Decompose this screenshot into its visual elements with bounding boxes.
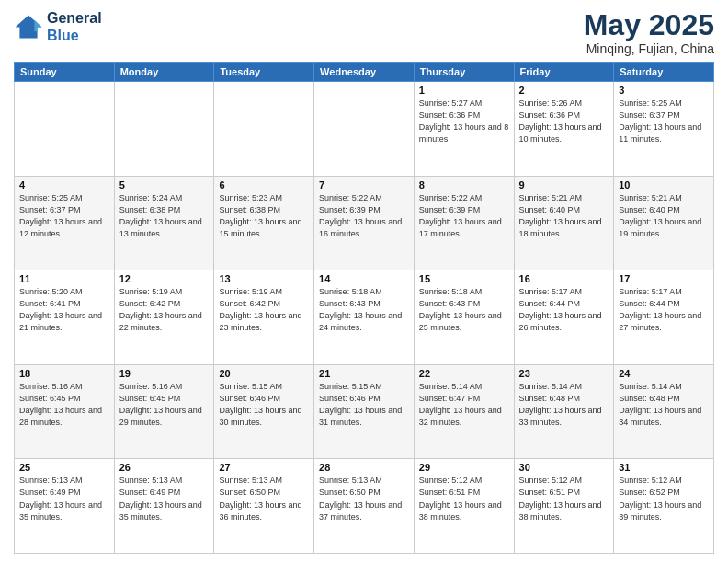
day-info: Sunrise: 5:25 AM Sunset: 6:37 PM Dayligh… (619, 98, 709, 145)
day-number: 23 (519, 368, 609, 379)
calendar-week-row: 4Sunrise: 5:25 AM Sunset: 6:37 PM Daylig… (15, 176, 714, 270)
day-number: 4 (19, 179, 109, 190)
day-number: 1 (419, 85, 509, 96)
day-info: Sunrise: 5:19 AM Sunset: 6:42 PM Dayligh… (119, 286, 210, 334)
day-number: 19 (119, 368, 210, 379)
day-info: Sunrise: 5:12 AM Sunset: 6:51 PM Dayligh… (419, 475, 509, 523)
day-info: Sunrise: 5:21 AM Sunset: 6:40 PM Dayligh… (619, 192, 709, 240)
col-friday: Friday (514, 63, 614, 82)
table-row: 2Sunrise: 5:26 AM Sunset: 6:36 PM Daylig… (514, 82, 614, 177)
table-row: 28Sunrise: 5:13 AM Sunset: 6:50 PM Dayli… (314, 459, 415, 554)
table-row: 30Sunrise: 5:12 AM Sunset: 6:51 PM Dayli… (514, 459, 614, 554)
svg-marker-1 (34, 20, 41, 32)
day-info: Sunrise: 5:16 AM Sunset: 6:45 PM Dayligh… (19, 381, 109, 429)
day-info: Sunrise: 5:20 AM Sunset: 6:41 PM Dayligh… (19, 286, 109, 334)
day-number: 27 (219, 462, 309, 473)
day-info: Sunrise: 5:18 AM Sunset: 6:43 PM Dayligh… (319, 286, 409, 334)
day-number: 30 (519, 462, 609, 473)
day-number: 16 (519, 273, 609, 284)
col-tuesday: Tuesday (214, 63, 314, 82)
day-info: Sunrise: 5:25 AM Sunset: 6:37 PM Dayligh… (19, 192, 109, 240)
day-number: 31 (619, 462, 709, 473)
day-info: Sunrise: 5:12 AM Sunset: 6:52 PM Dayligh… (619, 475, 709, 523)
day-info: Sunrise: 5:24 AM Sunset: 6:38 PM Dayligh… (119, 192, 210, 240)
table-row: 19Sunrise: 5:16 AM Sunset: 6:45 PM Dayli… (114, 364, 214, 459)
day-number: 17 (619, 273, 709, 284)
calendar-week-row: 1Sunrise: 5:27 AM Sunset: 6:36 PM Daylig… (15, 82, 714, 177)
title-block: May 2025 Minqing, Fujian, China (584, 9, 714, 56)
day-info: Sunrise: 5:16 AM Sunset: 6:45 PM Dayligh… (119, 381, 210, 429)
table-row: 16Sunrise: 5:17 AM Sunset: 6:44 PM Dayli… (514, 270, 614, 365)
day-info: Sunrise: 5:22 AM Sunset: 6:39 PM Dayligh… (319, 192, 409, 240)
table-row: 17Sunrise: 5:17 AM Sunset: 6:44 PM Dayli… (614, 270, 714, 365)
day-number: 26 (119, 462, 210, 473)
table-row: 12Sunrise: 5:19 AM Sunset: 6:42 PM Dayli… (114, 270, 214, 365)
month-title: May 2025 (584, 9, 714, 41)
col-saturday: Saturday (614, 63, 714, 82)
calendar-header-row: Sunday Monday Tuesday Wednesday Thursday… (15, 63, 714, 82)
day-info: Sunrise: 5:26 AM Sunset: 6:36 PM Dayligh… (519, 98, 609, 145)
day-number: 8 (419, 179, 509, 190)
day-number: 29 (419, 462, 509, 473)
day-number: 13 (219, 273, 309, 284)
logo-icon (14, 14, 43, 40)
page: General Blue May 2025 Minqing, Fujian, C… (0, 0, 728, 563)
day-info: Sunrise: 5:19 AM Sunset: 6:42 PM Dayligh… (219, 286, 309, 334)
table-row: 1Sunrise: 5:27 AM Sunset: 6:36 PM Daylig… (414, 82, 514, 177)
table-row: 27Sunrise: 5:13 AM Sunset: 6:50 PM Dayli… (214, 459, 314, 554)
calendar-week-row: 25Sunrise: 5:13 AM Sunset: 6:49 PM Dayli… (15, 459, 714, 554)
day-info: Sunrise: 5:15 AM Sunset: 6:46 PM Dayligh… (219, 381, 309, 429)
table-row (15, 82, 115, 177)
day-number: 21 (319, 368, 409, 379)
day-info: Sunrise: 5:13 AM Sunset: 6:50 PM Dayligh… (319, 475, 409, 523)
day-number: 25 (19, 462, 109, 473)
table-row: 8Sunrise: 5:22 AM Sunset: 6:39 PM Daylig… (414, 176, 514, 270)
day-info: Sunrise: 5:15 AM Sunset: 6:46 PM Dayligh… (319, 381, 409, 429)
col-monday: Monday (114, 63, 214, 82)
table-row: 9Sunrise: 5:21 AM Sunset: 6:40 PM Daylig… (514, 176, 614, 270)
day-number: 14 (319, 273, 409, 284)
calendar-week-row: 11Sunrise: 5:20 AM Sunset: 6:41 PM Dayli… (15, 270, 714, 365)
day-info: Sunrise: 5:13 AM Sunset: 6:49 PM Dayligh… (19, 475, 109, 523)
col-sunday: Sunday (15, 63, 115, 82)
calendar-week-row: 18Sunrise: 5:16 AM Sunset: 6:45 PM Dayli… (15, 364, 714, 459)
calendar-table: Sunday Monday Tuesday Wednesday Thursday… (14, 62, 714, 554)
day-number: 10 (619, 179, 709, 190)
table-row: 25Sunrise: 5:13 AM Sunset: 6:49 PM Dayli… (15, 459, 115, 554)
day-number: 24 (619, 368, 709, 379)
day-info: Sunrise: 5:17 AM Sunset: 6:44 PM Dayligh… (519, 286, 609, 334)
day-info: Sunrise: 5:17 AM Sunset: 6:44 PM Dayligh… (619, 286, 709, 334)
day-info: Sunrise: 5:12 AM Sunset: 6:51 PM Dayligh… (519, 475, 609, 523)
table-row: 24Sunrise: 5:14 AM Sunset: 6:48 PM Dayli… (614, 364, 714, 459)
col-thursday: Thursday (414, 63, 514, 82)
day-number: 11 (19, 273, 109, 284)
day-number: 2 (519, 85, 609, 96)
day-number: 5 (119, 179, 210, 190)
location: Minqing, Fujian, China (584, 41, 714, 56)
day-number: 18 (19, 368, 109, 379)
day-info: Sunrise: 5:14 AM Sunset: 6:47 PM Dayligh… (419, 381, 509, 429)
day-number: 22 (419, 368, 509, 379)
table-row: 18Sunrise: 5:16 AM Sunset: 6:45 PM Dayli… (15, 364, 115, 459)
day-info: Sunrise: 5:23 AM Sunset: 6:38 PM Dayligh… (219, 192, 309, 240)
header: General Blue May 2025 Minqing, Fujian, C… (14, 9, 714, 56)
day-number: 6 (219, 179, 309, 190)
day-number: 7 (319, 179, 409, 190)
table-row: 20Sunrise: 5:15 AM Sunset: 6:46 PM Dayli… (214, 364, 314, 459)
day-info: Sunrise: 5:14 AM Sunset: 6:48 PM Dayligh… (519, 381, 609, 429)
table-row: 31Sunrise: 5:12 AM Sunset: 6:52 PM Dayli… (614, 459, 714, 554)
table-row: 6Sunrise: 5:23 AM Sunset: 6:38 PM Daylig… (214, 176, 314, 270)
day-number: 15 (419, 273, 509, 284)
day-number: 3 (619, 85, 709, 96)
day-info: Sunrise: 5:22 AM Sunset: 6:39 PM Dayligh… (419, 192, 509, 240)
day-number: 20 (219, 368, 309, 379)
table-row (114, 82, 214, 177)
day-info: Sunrise: 5:14 AM Sunset: 6:48 PM Dayligh… (619, 381, 709, 429)
table-row (314, 82, 415, 177)
table-row: 7Sunrise: 5:22 AM Sunset: 6:39 PM Daylig… (314, 176, 415, 270)
table-row: 22Sunrise: 5:14 AM Sunset: 6:47 PM Dayli… (414, 364, 514, 459)
col-wednesday: Wednesday (314, 63, 415, 82)
logo-text: General Blue (47, 9, 102, 44)
day-info: Sunrise: 5:27 AM Sunset: 6:36 PM Dayligh… (419, 98, 509, 145)
table-row: 15Sunrise: 5:18 AM Sunset: 6:43 PM Dayli… (414, 270, 514, 365)
